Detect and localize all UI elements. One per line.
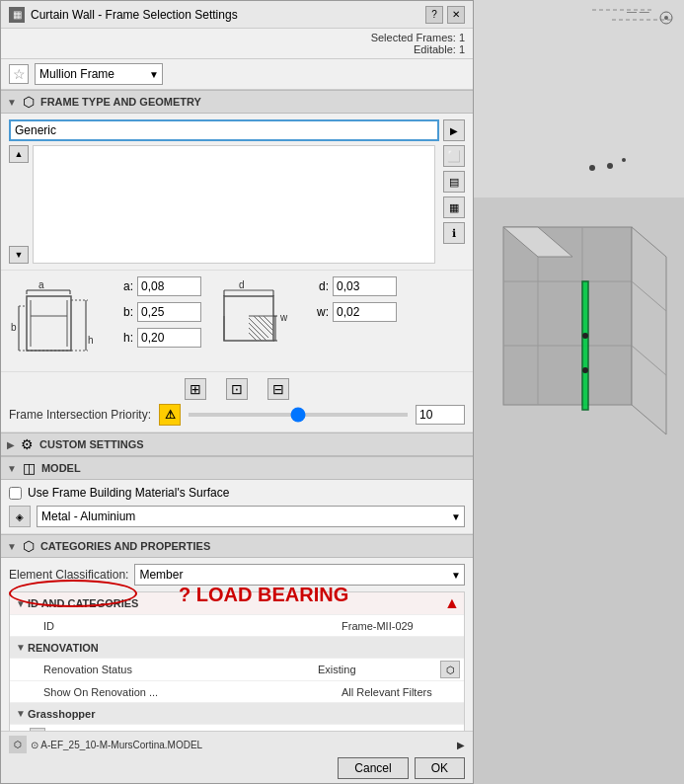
scroll-controls: ▲ ▼ (9, 145, 29, 264)
grasshopper-source-row: ⬡ Grasshopper Source D... Not Grasshoppe… (10, 725, 464, 731)
3d-viewport: — — (474, 0, 684, 784)
classification-row: Element Classification: Member ▼ (9, 564, 465, 586)
geometry-inputs-left: a: b: h: (115, 276, 201, 348)
model-body: Use Frame Building Material's Surface ◈ … (1, 480, 473, 534)
title-bar-left: ▦ Curtain Wall - Frame Selection Setting… (9, 7, 238, 23)
param-d-row: d: (311, 276, 397, 296)
material-surface-checkbox[interactable] (9, 487, 22, 500)
view-btn-2[interactable]: ▦ (443, 196, 465, 218)
path-arrow-icon: ▶ (457, 740, 465, 750)
priority-value-input[interactable] (416, 405, 465, 425)
info-btn[interactable]: ℹ (443, 222, 465, 244)
grasshopper-expand-icon[interactable]: ▼ (14, 708, 28, 719)
select-icon-btn[interactable]: ⬜ (443, 145, 465, 167)
classification-selector[interactable]: Member (134, 564, 465, 586)
3d-scene-svg: — — (474, 0, 684, 784)
param-a-label: a: (115, 279, 133, 293)
model-collapse-icon: ▼ (7, 463, 17, 474)
param-w-label: w: (311, 305, 329, 319)
param-h-row: h: (115, 328, 201, 348)
priority-icon-1[interactable]: ⊞ (185, 378, 206, 400)
cancel-button[interactable]: Cancel (338, 757, 408, 779)
side-icons-panel: ⬜ ▤ ▦ ℹ (443, 145, 465, 264)
priority-slider[interactable] (189, 413, 408, 417)
close-button[interactable]: ✕ (447, 6, 465, 24)
id-categories-header-row[interactable]: ▼ ID AND CATEGORIES ▲ (10, 592, 464, 615)
frame-preview (33, 145, 435, 264)
ok-button[interactable]: OK (415, 757, 465, 779)
renovation-status-label: Renovation Status (43, 664, 318, 675)
property-tree-container: ▼ ID AND CATEGORIES ▲ ID Frame-MII-029 ▼… (9, 591, 465, 731)
renovation-expand-icon[interactable]: ▼ (14, 642, 28, 653)
frame-preview-area: ▲ ▼ ⬜ ▤ ▦ ℹ (9, 145, 465, 264)
id-expand-icon[interactable]: ▼ (14, 598, 28, 609)
param-h-label: h: (115, 331, 133, 345)
model-section-title: MODEL (41, 462, 81, 474)
priority-slider-container (189, 413, 408, 417)
param-d-input[interactable] (333, 276, 397, 296)
show-renovation-value: All Relevant Filters (342, 686, 460, 698)
action-buttons: Cancel OK (9, 757, 465, 779)
material-row: ◈ Metal - Aluminium ▼ (9, 506, 465, 527)
custom-collapse-icon: ▶ (7, 439, 15, 450)
renovation-header-row[interactable]: ▼ RENOVATION (10, 637, 464, 659)
svg-text:h: h (88, 335, 94, 346)
scroll-up-btn[interactable]: ▲ (9, 145, 29, 163)
svg-point-43 (607, 163, 613, 169)
renovation-status-row: Renovation Status Existing ⬡ (10, 659, 464, 681)
frame-type-selector[interactable]: Mullion Frame (35, 63, 163, 85)
frame-type-body: Generic ▶ ▲ ▼ ⬜ ▤ ▦ ℹ (1, 114, 473, 271)
geometry-section: a b h (1, 271, 473, 372)
classification-label: Element Classification: (9, 568, 128, 582)
param-w-input[interactable] (333, 302, 397, 322)
geometry-row: a b h (9, 276, 465, 365)
id-label: ID (43, 620, 342, 632)
param-b-label: b: (115, 305, 133, 319)
show-renovation-row: Show On Renovation ... All Relevant Filt… (10, 681, 464, 703)
frame-type-dropdown-wrapper: Mullion Frame ▼ (35, 63, 163, 85)
categories-section-title: CATEGORIES AND PROPERTIES (40, 540, 210, 552)
scroll-up-indicator[interactable]: ▲ (444, 594, 460, 612)
priority-icon-2[interactable]: ⊡ (226, 378, 248, 400)
show-renovation-label: Show On Renovation ... (43, 686, 342, 698)
title-bar-controls: ? ✕ (425, 6, 465, 24)
param-b-row: b: (115, 302, 201, 322)
title-bar: ▦ Curtain Wall - Frame Selection Setting… (1, 1, 473, 29)
renovation-icon-btn[interactable]: ⬡ (440, 661, 460, 678)
3d-viewport-panel: — — (474, 0, 684, 784)
svg-text:—  —: — — (627, 6, 649, 17)
custom-settings-header[interactable]: ▶ ⚙ CUSTOM SETTINGS (1, 432, 473, 456)
selected-frames-label: Selected Frames: 1 (9, 32, 465, 43)
help-button[interactable]: ? (425, 6, 443, 24)
priority-icon-3[interactable]: ⊟ (267, 378, 289, 400)
geometry-diagram-left: a b h (9, 276, 108, 365)
svg-point-42 (589, 165, 595, 171)
bottom-bar: ⬡ ⊙ A-EF_25_10-M-MursCortina.MODEL ▶ Can… (1, 731, 473, 783)
id-categories-label: ID AND CATEGORIES (28, 597, 444, 609)
frame-type-section-header[interactable]: ▼ ⬡ FRAME TYPE AND GEOMETRY (1, 90, 473, 114)
grasshopper-header-row[interactable]: ▼ Grasshopper (10, 703, 464, 725)
categories-collapse-icon: ▼ (7, 541, 17, 552)
svg-text:w: w (279, 312, 288, 323)
scroll-down-btn[interactable]: ▼ (9, 246, 29, 264)
param-d-label: d: (311, 279, 329, 293)
favorite-button[interactable]: ☆ (9, 64, 29, 84)
path-icon: ⬡ (9, 736, 27, 753)
curtain-wall-3d (503, 227, 666, 434)
param-h-input[interactable] (137, 328, 201, 348)
param-a-input[interactable] (137, 276, 201, 296)
model-section-header[interactable]: ▼ ◫ MODEL (1, 456, 473, 480)
frame-type-next-btn[interactable]: ▶ (443, 119, 465, 141)
svg-point-52 (582, 367, 588, 373)
view-btn-1[interactable]: ▤ (443, 171, 465, 193)
material-dropdown-wrapper: Metal - Aluminium ▼ (37, 506, 465, 527)
toolbar-row: ☆ Mullion Frame ▼ (1, 59, 473, 90)
id-value: Frame-MII-029 (342, 620, 460, 632)
renovation-status-value: Existing (318, 664, 436, 675)
grasshopper-source-icon: ⬡ (30, 728, 45, 732)
geometry-diagram-right: d w (219, 276, 303, 365)
param-b-input[interactable] (137, 302, 201, 322)
categories-section-header[interactable]: ▼ ⬡ CATEGORIES AND PROPERTIES (1, 534, 473, 558)
material-selector[interactable]: Metal - Aluminium (37, 506, 465, 527)
geometry-type-selector[interactable]: Generic (9, 119, 439, 141)
